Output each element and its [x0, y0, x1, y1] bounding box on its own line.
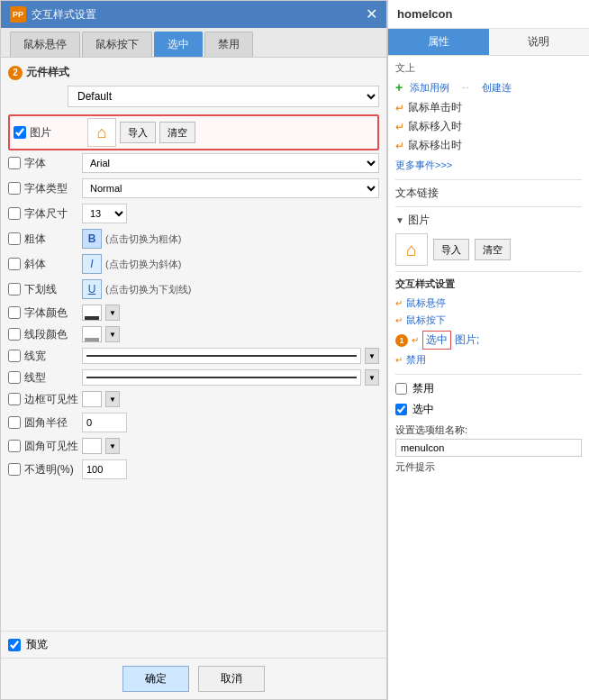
prop-label-font-color: 字体颜色 [24, 305, 78, 321]
corner-visible-preview [82, 438, 102, 454]
component-style-select[interactable]: Default [68, 86, 379, 107]
prop-row-line-style: 线型 ▼ [8, 367, 379, 388]
prop-label-font-type: 字体类型 [24, 181, 78, 196]
text-section: 文上 + 添加用例 ↔ 创建连 ↵ 鼠标单击时 ↵ 鼠标移入时 ↵ 鼠标移出时 … [395, 61, 582, 172]
disabled-checkbox-row: 禁用 [395, 378, 582, 399]
prop-row-line-width: 线宽 ▼ [8, 345, 379, 367]
tab-hover[interactable]: 鼠标悬停 [10, 32, 80, 57]
prop-checkbox-line-color[interactable] [8, 328, 21, 341]
right-import-button[interactable]: 导入 [433, 239, 469, 260]
prop-row-font-size: 字体尺寸 13 [8, 201, 379, 226]
event-label-1: 鼠标移入时 [408, 119, 462, 134]
prop-checkbox-bold[interactable] [8, 232, 21, 245]
style-link-selected-label[interactable]: 选中 [422, 331, 451, 350]
prop-value-font: Arial [82, 153, 379, 173]
add-example-icon: + [395, 80, 403, 95]
right-panel-tabs: 属性 说明 [388, 29, 589, 56]
italic-button[interactable]: I [82, 254, 102, 274]
right-tab-description[interactable]: 说明 [489, 29, 590, 55]
tab-mousedown[interactable]: 鼠标按下 [82, 32, 152, 57]
tab-disabled[interactable]: 禁用 [204, 32, 253, 57]
prop-checkbox-image[interactable] [14, 126, 26, 139]
style-link-hover-label[interactable]: 鼠标悬停 [406, 296, 446, 310]
prop-row-border-visible: 边框可见性 ▼ [8, 388, 379, 410]
prop-label-border-visible: 边框可见性 [24, 392, 78, 407]
prop-checkbox-opacity[interactable] [8, 463, 21, 476]
cancel-button[interactable]: 取消 [198, 666, 265, 692]
style-link-disabled-label[interactable]: 禁用 [406, 353, 426, 367]
line-style-preview [82, 369, 361, 386]
right-clear-button[interactable]: 清空 [475, 239, 511, 260]
font-color-dropdown[interactable]: ▼ [105, 305, 120, 321]
group-name-section-label: 设置选项组名称: [395, 423, 582, 437]
clear-button-image[interactable]: 清空 [159, 122, 195, 143]
font-size-select[interactable]: 13 [82, 204, 127, 223]
separator: ↔ [460, 81, 471, 94]
line-width-dropdown[interactable]: ▼ [365, 348, 379, 364]
add-example-link[interactable]: 添加用例 [410, 81, 449, 95]
prop-row-underline: 下划线 U (点击切换为下划线) [8, 277, 379, 302]
right-image-preview: ⌂ [395, 233, 428, 266]
prop-checkbox-line-style[interactable] [8, 371, 21, 384]
prop-checkbox-italic[interactable] [8, 258, 21, 270]
prop-value-image: ⌂ 导入 清空 [87, 118, 374, 147]
corner-radius-input[interactable] [82, 413, 127, 432]
selected-checkbox[interactable] [395, 404, 407, 415]
event-arrow-1: ↵ [395, 121, 404, 133]
prop-value-line-color: ▼ [82, 326, 379, 342]
font-select[interactable]: Arial [82, 153, 379, 173]
pp-logo: PP [10, 6, 26, 23]
preview-row: 预览 [1, 631, 386, 658]
prop-checkbox-font-color[interactable] [8, 306, 21, 319]
style-link-disabled: ↵ 禁用 [395, 351, 582, 368]
dialog-footer: 确定 取消 [1, 658, 386, 699]
ok-button[interactable]: 确定 [122, 666, 189, 692]
more-events-link[interactable]: 更多事件>>> [395, 159, 582, 172]
preview-checkbox[interactable] [8, 639, 21, 651]
prop-checkbox-line-width[interactable] [8, 350, 21, 362]
prop-checkbox-font-size[interactable] [8, 207, 21, 220]
bold-button[interactable]: B [82, 229, 102, 249]
right-tab-properties[interactable]: 属性 [388, 29, 489, 55]
prop-row-font: 字体 Arial [8, 150, 379, 176]
event-label-0: 鼠标单击时 [408, 100, 462, 115]
add-example-row: + 添加用例 ↔ 创建连 [395, 80, 582, 95]
prop-row-font-type: 字体类型 Normal [8, 176, 379, 201]
opacity-input[interactable] [82, 459, 127, 479]
prop-label-underline: 下划线 [24, 282, 78, 297]
prop-checkbox-font[interactable] [8, 157, 21, 169]
underline-button[interactable]: U [82, 279, 102, 299]
style-link-mousedown-label[interactable]: 鼠标按下 [406, 314, 446, 327]
prop-checkbox-border-visible[interactable] [8, 393, 21, 405]
line-color-preview [82, 326, 102, 342]
mousedown-arrow-icon: ↵ [395, 315, 403, 325]
tab-selected[interactable]: 选中 [154, 32, 203, 57]
selected-label: 选中 [412, 402, 434, 417]
event-arrow-0: ↵ [395, 102, 404, 114]
bold-hint: (点击切换为粗体) [105, 232, 181, 246]
prop-row-bold: 粗体 B (点击切换为粗体) [8, 226, 379, 251]
import-button-image[interactable]: 导入 [120, 122, 156, 143]
prop-value-font-type: Normal [82, 178, 379, 198]
disabled-checkbox[interactable] [395, 383, 407, 395]
prop-checkbox-corner-radius[interactable] [8, 416, 21, 429]
event-arrow-2: ↵ [395, 140, 404, 152]
font-type-select[interactable]: Normal [82, 178, 379, 198]
prop-checkbox-font-type[interactable] [8, 182, 21, 195]
group-name-input[interactable] [395, 439, 582, 457]
collapse-arrow-icon[interactable]: ▼ [395, 215, 404, 225]
close-button[interactable]: ✕ [366, 7, 377, 22]
prop-checkbox-underline[interactable] [8, 283, 21, 295]
prop-row-line-color: 线段颜色 ▼ [8, 323, 379, 345]
prop-checkbox-corner-visible[interactable] [8, 440, 21, 452]
group-name-section: 设置选项组名称: [395, 423, 582, 457]
corner-visible-dropdown[interactable]: ▼ [105, 438, 120, 454]
create-link-link[interactable]: 创建连 [482, 81, 512, 95]
prop-row-corner-visible: 圆角可见性 ▼ [8, 435, 379, 457]
line-style-dropdown[interactable]: ▼ [365, 369, 379, 386]
text-link-label: 文本链接 [395, 186, 439, 199]
line-color-dropdown[interactable]: ▼ [105, 326, 120, 342]
border-visible-dropdown[interactable]: ▼ [105, 391, 120, 407]
style-link-selected: 1 ↵ 选中 图片; [395, 329, 582, 351]
prop-value-opacity [82, 459, 379, 479]
